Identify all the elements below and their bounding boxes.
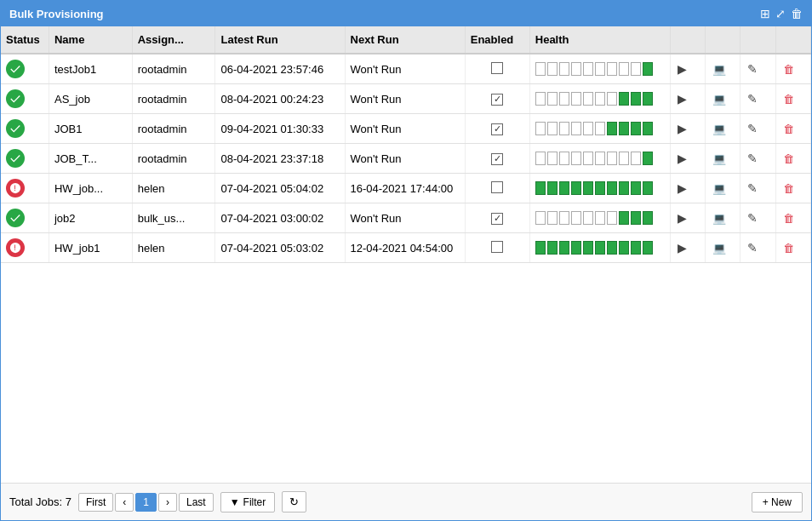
enabled-checkbox[interactable] xyxy=(491,62,503,74)
monitor-button[interactable]: 💻 xyxy=(711,180,728,197)
monitor-button[interactable]: 💻 xyxy=(711,210,728,226)
edit-button[interactable]: ✎ xyxy=(746,239,759,256)
col-header-enabled[interactable]: Enabled xyxy=(465,26,529,54)
edit-button[interactable]: ✎ xyxy=(746,180,759,197)
monitor-action-cell[interactable]: 💻 xyxy=(706,54,741,84)
delete-button[interactable]: 🗑 xyxy=(781,240,796,256)
restore-icon[interactable]: ⊞ xyxy=(760,7,770,20)
footer-left: Total Jobs: 7 First ‹ 1 › Last ▼ Filter … xyxy=(9,491,306,512)
enabled-cell[interactable] xyxy=(465,114,529,144)
col-header-health[interactable]: Health xyxy=(529,26,670,54)
delete-window-icon[interactable]: 🗑 xyxy=(791,7,803,20)
enabled-checkbox[interactable] xyxy=(491,94,503,106)
monitor-action-cell[interactable]: 💻 xyxy=(706,144,741,174)
enabled-checkbox[interactable] xyxy=(491,213,503,225)
health-bar xyxy=(535,152,665,165)
monitor-button[interactable]: 💻 xyxy=(711,151,728,167)
enabled-cell[interactable] xyxy=(465,144,529,174)
col-header-next-run[interactable]: Next Run xyxy=(345,26,465,54)
enabled-cell[interactable] xyxy=(465,84,529,114)
filter-button[interactable]: ▼ Filter xyxy=(220,492,276,512)
col-header-name[interactable]: Name xyxy=(49,26,132,54)
health-cell-8 xyxy=(631,92,641,106)
monitor-button[interactable]: 💻 xyxy=(711,121,728,137)
enabled-checkbox[interactable] xyxy=(491,153,503,165)
edit-action-cell[interactable]: ✎ xyxy=(741,84,775,114)
enabled-cell[interactable] xyxy=(465,174,529,203)
run-button[interactable]: ▶ xyxy=(676,239,689,256)
delete-button[interactable]: 🗑 xyxy=(781,180,796,197)
filter-label: Filter xyxy=(243,496,266,508)
latest-run-cell: 09-04-2021 01:30:33 xyxy=(215,114,345,144)
delete-button[interactable]: 🗑 xyxy=(781,210,796,226)
run-action-cell[interactable]: ▶ xyxy=(670,114,705,144)
delete-button[interactable]: 🗑 xyxy=(781,151,796,167)
delete-action-cell[interactable]: 🗑 xyxy=(775,84,810,114)
edit-button[interactable]: ✎ xyxy=(746,90,759,107)
monitor-action-cell[interactable]: 💻 xyxy=(706,174,741,203)
edit-button[interactable]: ✎ xyxy=(746,209,759,226)
enabled-checkbox[interactable] xyxy=(491,241,503,253)
monitor-button[interactable]: 💻 xyxy=(711,240,728,256)
enabled-cell[interactable] xyxy=(465,54,529,84)
delete-action-cell[interactable]: 🗑 xyxy=(775,54,810,84)
total-jobs-label: Total Jobs: 7 xyxy=(9,495,71,508)
run-button[interactable]: ▶ xyxy=(676,90,689,107)
run-action-cell[interactable]: ▶ xyxy=(670,54,705,84)
next-run-cell: Won't Run xyxy=(345,114,465,144)
edit-action-cell[interactable]: ✎ xyxy=(741,144,775,174)
run-action-cell[interactable]: ▶ xyxy=(670,174,705,203)
delete-action-cell[interactable]: 🗑 xyxy=(775,203,810,233)
monitor-button[interactable]: 💻 xyxy=(711,91,728,107)
delete-button[interactable]: 🗑 xyxy=(781,61,796,77)
status-err-icon xyxy=(6,238,25,257)
page-1-button[interactable]: 1 xyxy=(135,493,157,512)
col-header-assign[interactable]: Assign... xyxy=(132,26,215,54)
delete-action-cell[interactable]: 🗑 xyxy=(775,233,810,263)
next-page-button[interactable]: › xyxy=(158,493,177,512)
col-header-latest-run[interactable]: Latest Run xyxy=(215,26,345,54)
first-page-button[interactable]: First xyxy=(78,493,113,512)
monitor-button[interactable]: 💻 xyxy=(711,61,728,77)
run-action-cell[interactable]: ▶ xyxy=(670,144,705,174)
edit-button[interactable]: ✎ xyxy=(746,120,759,137)
delete-action-cell[interactable]: 🗑 xyxy=(775,174,810,203)
run-button[interactable]: ▶ xyxy=(676,150,689,167)
new-button[interactable]: + New xyxy=(752,492,803,512)
delete-button[interactable]: 🗑 xyxy=(781,91,796,107)
run-button[interactable]: ▶ xyxy=(676,120,689,137)
prev-page-button[interactable]: ‹ xyxy=(115,493,134,512)
col-header-status[interactable]: Status xyxy=(1,26,49,54)
last-page-button[interactable]: Last xyxy=(179,493,214,512)
edit-action-cell[interactable]: ✎ xyxy=(741,54,775,84)
run-button[interactable]: ▶ xyxy=(676,180,689,197)
delete-button[interactable]: 🗑 xyxy=(781,121,796,137)
run-action-cell[interactable]: ▶ xyxy=(670,84,705,114)
enabled-cell[interactable] xyxy=(465,233,529,263)
run-action-cell[interactable]: ▶ xyxy=(670,203,705,233)
edit-button[interactable]: ✎ xyxy=(746,150,759,167)
maximize-icon[interactable]: ⤢ xyxy=(775,7,786,20)
edit-action-cell[interactable]: ✎ xyxy=(741,203,775,233)
enabled-cell[interactable] xyxy=(465,203,529,233)
health-cell-5 xyxy=(595,62,605,76)
edit-action-cell[interactable]: ✎ xyxy=(741,233,775,263)
run-button[interactable]: ▶ xyxy=(676,60,689,77)
health-cell-9 xyxy=(643,62,653,76)
enabled-checkbox[interactable] xyxy=(491,181,503,193)
delete-action-cell[interactable]: 🗑 xyxy=(775,114,810,144)
enabled-checkbox[interactable] xyxy=(491,123,503,135)
edit-action-cell[interactable]: ✎ xyxy=(741,114,775,144)
next-run-cell: Won't Run xyxy=(345,144,465,174)
monitor-action-cell[interactable]: 💻 xyxy=(706,114,741,144)
run-action-cell[interactable]: ▶ xyxy=(670,233,705,263)
monitor-action-cell[interactable]: 💻 xyxy=(706,233,741,263)
edit-action-cell[interactable]: ✎ xyxy=(741,174,775,203)
next-run-cell: Won't Run xyxy=(345,84,465,114)
monitor-action-cell[interactable]: 💻 xyxy=(706,203,741,233)
edit-button[interactable]: ✎ xyxy=(746,60,759,77)
refresh-button[interactable]: ↻ xyxy=(282,491,306,512)
monitor-action-cell[interactable]: 💻 xyxy=(706,84,741,114)
run-button[interactable]: ▶ xyxy=(676,209,689,226)
delete-action-cell[interactable]: 🗑 xyxy=(775,144,810,174)
